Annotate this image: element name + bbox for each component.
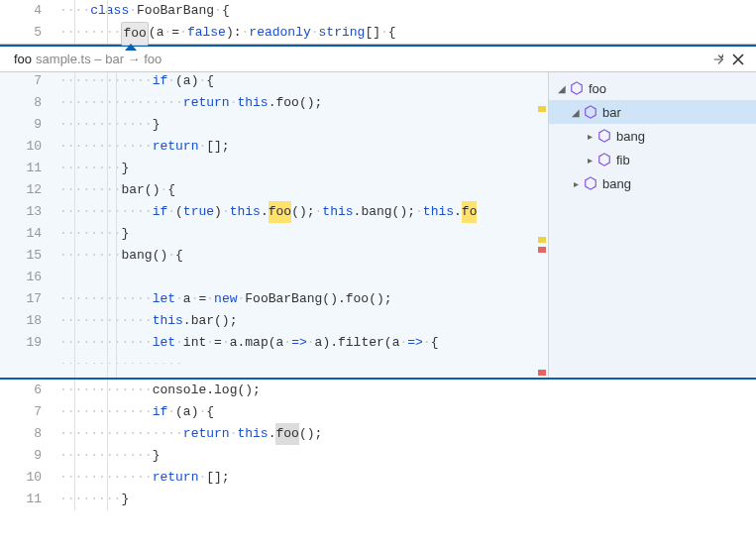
main-editor-continued[interactable]: 6 ············console.log(); 7 ·········… (0, 380, 756, 510)
line-number: 11 (0, 489, 59, 510)
peek-view: ············console.log(); 7 ···········… (0, 72, 756, 380)
tree-item-fib[interactable]: ▸ fib (549, 148, 756, 171)
indent-guide (116, 72, 117, 378)
tree-item-foo[interactable]: ◢ foo (549, 76, 756, 100)
line-number: 14 (0, 223, 59, 245)
tree-item-bar[interactable]: ◢ bar (549, 100, 756, 124)
peek-title-symbol: foo (14, 52, 32, 66)
indent-guide (74, 380, 75, 510)
peek-editor[interactable]: ············console.log(); 7 ···········… (0, 72, 548, 378)
code-line[interactable]: 15 ········bang()·{ (0, 245, 548, 267)
line-number: 13 (0, 201, 59, 223)
indent-guide (107, 0, 108, 44)
call-hierarchy-tree[interactable]: ◢ foo ◢ bar ▸ bang ▸ fib ▸ bang (548, 72, 756, 378)
code-line[interactable]: 14 ········} (0, 223, 548, 245)
method-icon (583, 104, 598, 120)
overview-marker[interactable] (538, 106, 546, 112)
line-number: 18 (0, 310, 59, 332)
code-line[interactable]: 9 ············} (0, 445, 756, 467)
line-number: 9 (0, 445, 59, 467)
code-line[interactable]: 16 (0, 267, 548, 288)
peek-arrow-icon (125, 44, 137, 51)
code-line[interactable]: 5 ········foo(a·=·false):·readonly·strin… (0, 22, 756, 44)
code-line[interactable]: 10 ············return·[]; (0, 467, 756, 489)
line-number: 11 (0, 158, 59, 179)
code-line[interactable]: 19 ············let·int·=·a.map(a·=>·a).f… (0, 332, 548, 354)
code-line[interactable]: 11 ········} (0, 489, 756, 510)
twistie-expanded-icon[interactable]: ◢ (569, 107, 583, 118)
code-line[interactable]: 11 ········} (0, 158, 548, 179)
match-highlight: fo (462, 201, 478, 223)
method-icon (596, 128, 612, 144)
line-number: 6 (0, 380, 59, 401)
peek-header: foo sample.ts – bar → foo (0, 45, 756, 72)
code-line[interactable]: 7 ············if·(a)·{ (0, 401, 756, 423)
symbol-occurrence: foo (275, 423, 298, 445)
line-number: 8 (0, 423, 59, 445)
code-line[interactable]: 9 ············} (0, 114, 548, 136)
method-icon (569, 80, 585, 96)
line-number: 10 (0, 136, 59, 158)
line-number: 7 (0, 72, 59, 92)
main-editor[interactable]: 4 ····class·FooBarBang·{ 5 ········foo(a… (0, 0, 756, 45)
twistie-collapsed-icon[interactable]: ▸ (569, 178, 583, 189)
symbol-reference[interactable]: foo (121, 22, 148, 46)
tree-item-bang[interactable]: ▸ bang (549, 124, 756, 148)
line-number: 10 (0, 467, 59, 489)
code-line[interactable]: 7 ············if·(a)·{ (0, 72, 548, 92)
code-line[interactable]: 18 ············this.bar(); (0, 310, 548, 332)
twistie-collapsed-icon[interactable]: ▸ (583, 131, 596, 142)
indent-guide (107, 380, 108, 510)
line-number: 12 (0, 179, 59, 201)
code-line[interactable]: 12 ········bar()·{ (0, 179, 548, 201)
line-number: 15 (0, 245, 59, 267)
twistie-expanded-icon[interactable]: ◢ (555, 83, 569, 94)
indent-guide (74, 0, 75, 44)
line-number: 4 (0, 0, 59, 22)
method-icon (596, 152, 612, 167)
tree-item-bang[interactable]: ▸ bang (549, 171, 756, 195)
line-number: 5 (0, 22, 59, 44)
code-line[interactable]: 13 ············if·(true)·this.foo();·thi… (0, 201, 548, 223)
code-line[interactable]: 10 ············return·[]; (0, 136, 548, 158)
close-icon[interactable] (728, 50, 748, 69)
code-line[interactable]: ················ (0, 354, 548, 364)
line-number: 16 (0, 267, 59, 288)
overview-marker[interactable] (538, 370, 546, 376)
line-number: 7 (0, 401, 59, 423)
overview-marker[interactable] (538, 247, 546, 253)
code-line[interactable]: 8 ················return·this.foo(); (0, 423, 756, 445)
code-line[interactable]: 4 ····class·FooBarBang·{ (0, 0, 756, 22)
go-to-file-icon[interactable] (708, 50, 728, 69)
line-number: 19 (0, 332, 59, 354)
twistie-collapsed-icon[interactable]: ▸ (583, 155, 596, 165)
peek-title-file: sample.ts – bar → foo (36, 52, 162, 66)
code-line[interactable]: 6 ············console.log(); (0, 380, 756, 401)
line-number: 9 (0, 114, 59, 136)
indent-guide (74, 72, 75, 378)
line-number: 8 (0, 92, 59, 114)
overview-marker[interactable] (538, 237, 546, 243)
match-highlight: foo (269, 201, 291, 223)
code-line[interactable]: 8 ················return·this.foo(); (0, 92, 548, 114)
code-line[interactable]: 17 ············let·a·=·new·FooBarBang().… (0, 288, 548, 310)
indent-guide (107, 72, 108, 378)
method-icon (583, 175, 598, 191)
line-number: 17 (0, 288, 59, 310)
